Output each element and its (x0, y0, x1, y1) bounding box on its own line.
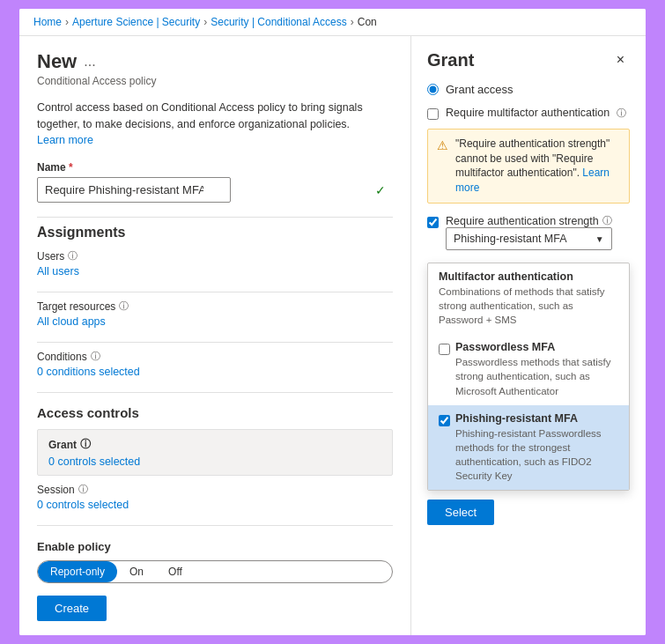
conditions-value-link[interactable]: 0 conditions selected (37, 366, 393, 378)
toggle-off[interactable]: Off (156, 561, 195, 582)
enable-policy-label: Enable policy (37, 540, 393, 553)
toggle-report-only[interactable]: Report-only (38, 561, 117, 582)
breadcrumb-sep-2: › (203, 16, 207, 28)
grant-info-icon[interactable]: ⓘ (80, 437, 91, 452)
page-title-ellipsis: ... (84, 54, 95, 70)
session-value-link[interactable]: 0 controls selected (37, 499, 393, 511)
grant-access-radio[interactable] (427, 84, 439, 95)
require-mfa-row: Require multifactor authentication ⓘ (427, 107, 630, 120)
right-panel-title: Grant (427, 50, 474, 70)
left-panel: New ... Conditional Access policy Contro… (19, 36, 411, 635)
dropdown-item-1-desc: Passwordless methods that satisfy strong… (455, 355, 618, 397)
close-button[interactable]: × (611, 50, 630, 70)
right-panel: Grant × Grant access Require multifactor… (411, 36, 646, 635)
breadcrumb: Home › Aperture Science | Security › Sec… (19, 9, 646, 36)
name-field-label: Name * (37, 161, 393, 174)
dropdown-item-2-desc: Phishing-resistant Passwordless methods … (455, 426, 618, 483)
conditions-info-icon[interactable]: ⓘ (91, 350, 100, 363)
dropdown-item-2-content: Phishing-resistant MFA Phishing-resistan… (455, 412, 618, 483)
target-resources-section: Target resources ⓘ All cloud apps (37, 300, 393, 328)
target-resources-label: Target resources ⓘ (37, 300, 393, 313)
dropdown-item-2[interactable]: Phishing-resistant MFA Phishing-resistan… (428, 405, 629, 490)
breadcrumb-home[interactable]: Home (33, 16, 62, 28)
dropdown-item-1[interactable]: Passwordless MFA Passwordless methods th… (428, 334, 629, 404)
users-value-link[interactable]: All users (37, 265, 393, 278)
auth-strength-row: Require authentication strength ⓘ Phishi… (427, 214, 630, 255)
conditions-label: Conditions ⓘ (37, 350, 393, 363)
dropdown-list-inner: Multifactor authentication Combinations … (428, 263, 629, 490)
section-divider-1 (37, 217, 393, 218)
toggle-on[interactable]: On (117, 561, 156, 582)
require-mfa-label: Require multifactor authentication (446, 107, 610, 119)
dropdown-item-0[interactable]: Multifactor authentication Combinations … (428, 263, 629, 334)
assignments-title: Assignments (37, 225, 393, 241)
section-divider-3 (37, 342, 393, 343)
grant-access-label: Grant access (446, 83, 514, 96)
access-controls-section: Access controls Grant ⓘ 0 controls selec… (37, 405, 393, 511)
breadcrumb-sep-1: › (65, 16, 69, 28)
description: Control access based on Conditional Acce… (37, 100, 393, 149)
dropdown-item-0-desc: Combinations of methods that satisfy str… (439, 285, 618, 327)
auth-strength-dropdown[interactable]: Phishing-resistant MFA ▼ (446, 227, 612, 250)
require-mfa-checkbox[interactable] (427, 108, 439, 120)
breadcrumb-security[interactable]: Security | Conditional Access (211, 16, 347, 28)
select-button[interactable]: Select (427, 500, 494, 525)
grant-box[interactable]: Grant ⓘ 0 controls selected (37, 429, 393, 476)
learn-more-link[interactable]: Learn more (37, 134, 93, 146)
grant-box-value: 0 controls selected (48, 455, 381, 468)
grant-access-radio-option: Grant access (427, 83, 630, 96)
name-input-container: ✓ (37, 177, 393, 203)
enable-policy-section: Enable policy Report-only On Off (37, 540, 393, 583)
auth-strength-content: Require authentication strength ⓘ Phishi… (446, 214, 612, 255)
auth-strength-label: Require authentication strength ⓘ (446, 214, 612, 227)
auth-strength-checkbox[interactable] (427, 217, 439, 228)
target-info-icon[interactable]: ⓘ (119, 300, 129, 313)
page-subtitle: Conditional Access policy (37, 75, 393, 87)
users-info-icon[interactable]: ⓘ (68, 249, 78, 263)
dropdown-list: Multifactor authentication Combinations … (427, 263, 630, 491)
chevron-down-icon: ▼ (595, 234, 604, 244)
session-info-icon[interactable]: ⓘ (78, 483, 88, 496)
session-label: Session ⓘ (37, 483, 393, 496)
name-input[interactable] (37, 177, 231, 203)
dropdown-item-1-content: Passwordless MFA Passwordless methods th… (455, 341, 618, 397)
warning-text: "Require authentication strength" cannot… (455, 137, 620, 196)
users-label: Users ⓘ (37, 249, 393, 263)
users-section: Users ⓘ All users (37, 249, 393, 278)
page-title: New ... (37, 50, 393, 73)
warning-icon: ⚠ (437, 137, 448, 196)
check-icon: ✓ (375, 183, 386, 197)
section-divider-4 (37, 392, 393, 393)
right-panel-header: Grant × (427, 50, 630, 70)
toggle-group[interactable]: Report-only On Off (37, 560, 393, 583)
warning-box: ⚠ "Require authentication strength" cann… (427, 129, 630, 204)
conditions-section: Conditions ⓘ 0 conditions selected (37, 350, 393, 378)
section-divider-5 (37, 525, 393, 526)
dropdown-item-1-title: Passwordless MFA (455, 341, 618, 353)
dropdown-item-1-checkbox[interactable] (439, 344, 450, 355)
section-divider-2 (37, 292, 393, 292)
dropdown-selected-value: Phishing-resistant MFA (454, 233, 567, 245)
dropdown-item-0-title: Multifactor authentication (439, 270, 618, 283)
breadcrumb-sep-3: › (351, 16, 354, 28)
grant-box-header: Grant ⓘ (48, 437, 381, 452)
create-button[interactable]: Create (37, 596, 107, 621)
dropdown-item-2-title: Phishing-resistant MFA (455, 412, 618, 425)
dropdown-item-2-checkbox[interactable] (439, 415, 450, 426)
breadcrumb-current: Con (358, 16, 377, 28)
breadcrumb-aperture[interactable]: Aperture Science | Security (72, 16, 200, 28)
target-resources-value-link[interactable]: All cloud apps (37, 315, 393, 328)
session-section: Session ⓘ 0 controls selected (37, 483, 393, 511)
access-controls-title: Access controls (37, 405, 393, 420)
auth-strength-info-icon[interactable]: ⓘ (602, 214, 612, 227)
require-mfa-info-icon[interactable]: ⓘ (617, 107, 626, 120)
